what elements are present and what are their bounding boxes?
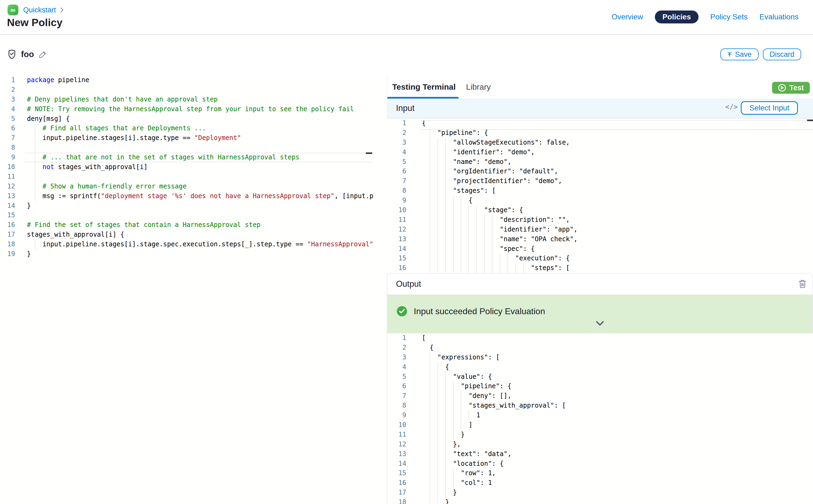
line-number: 13 [0, 191, 15, 201]
code-line[interactable]: 12 }, [387, 440, 813, 449]
indent-guide [430, 138, 430, 148]
rego-code-editor[interactable]: 1package pipeline23# Deny pipelines that… [0, 75, 387, 504]
code-line[interactable]: 15 "execution": { [387, 254, 813, 263]
code-line[interactable]: 1package pipeline [0, 75, 387, 85]
code-line[interactable]: 12 # Show a human-friendly error message [0, 182, 387, 191]
code-line[interactable]: 11 "description": "", [387, 215, 813, 225]
indent-guide [445, 235, 446, 244]
code-line[interactable]: 2 { [387, 343, 813, 353]
breadcrumb: ∞ Quickstart [8, 4, 64, 16]
code-line[interactable]: 16 "col": 1 [387, 478, 813, 488]
line-number: 9 [387, 196, 406, 205]
indent-guide [484, 215, 485, 225]
code-line[interactable]: 8 "stages_with_approval": [ [387, 401, 813, 411]
code-line[interactable]: 10 "stage": { [387, 205, 813, 215]
line-number: 4 [387, 148, 406, 157]
code-line[interactable]: 7 "projectIdentifier": "demo", [387, 176, 813, 186]
indent-guide [445, 488, 446, 498]
nav-policy-sets[interactable]: Policy Sets [710, 13, 748, 21]
indent-guide [461, 254, 461, 263]
code-line[interactable]: 9 # ... that are not in the set of stage… [0, 153, 387, 162]
test-button[interactable]: Test [772, 82, 810, 94]
code-line[interactable]: 10 ] [387, 420, 813, 430]
code-line[interactable]: 3 "allowStageExecutions": false, [387, 138, 813, 148]
policy-name: foo [21, 50, 34, 59]
code-line[interactable]: 13 msg := sprintf("deployment stage '%s'… [0, 191, 387, 201]
line-number: 10 [387, 205, 406, 215]
code-line[interactable]: 17 } [387, 488, 813, 498]
indent-guide [438, 225, 438, 235]
chevron-down-icon[interactable] [596, 321, 604, 326]
indent-guide [453, 430, 454, 440]
code-line[interactable]: 16# Find the set of stages that contain … [0, 220, 387, 230]
save-button[interactable]: Save [720, 48, 759, 60]
code-line[interactable]: 3# Deny pipelines that don't have an app… [0, 95, 387, 104]
code-line[interactable]: 4# NOTE: Try removing the HarnessApprova… [0, 104, 387, 114]
code-line[interactable]: 17stages_with_approval[i] { [0, 230, 387, 240]
edit-pencil-icon[interactable] [39, 50, 47, 58]
indent-guide [453, 263, 454, 273]
indent-guide [445, 138, 446, 148]
code-line[interactable]: 5 "name": "demo", [387, 157, 813, 167]
code-line[interactable]: 16 "steps": [ [387, 263, 813, 273]
breadcrumb-link-quickstart[interactable]: Quickstart [23, 6, 56, 14]
code-line[interactable]: 7 input.pipeline.stages[i].stage.type ==… [0, 133, 387, 143]
header-divider [0, 34, 813, 35]
code-line[interactable]: 7 "deny": [], [387, 391, 813, 401]
select-input-button[interactable]: Select Input [741, 101, 798, 115]
code-line[interactable]: 14} [0, 201, 387, 211]
code-line[interactable]: 8 "stages": [ [387, 186, 813, 196]
code-line[interactable]: 18 input.pipeline.stages[i].stage.spec.e… [0, 240, 387, 249]
indent-guide [453, 215, 454, 225]
nav-evaluations[interactable]: Evaluations [759, 13, 798, 21]
nav-overview[interactable]: Overview [612, 13, 643, 21]
code-line[interactable]: 11 } [387, 430, 813, 440]
indent-guide [430, 215, 430, 225]
check-circle-icon [396, 306, 407, 317]
code-line[interactable]: 9 { [387, 196, 813, 205]
code-line[interactable]: 4 { [387, 362, 813, 372]
line-number: 5 [0, 114, 15, 124]
indent-guide [430, 254, 430, 263]
code-line[interactable]: 14 "location": { [387, 459, 813, 469]
code-line[interactable]: 3 "expressions": [ [387, 353, 813, 362]
discard-button[interactable]: Discard [763, 48, 801, 60]
tab-testing-terminal[interactable]: Testing Terminal [387, 82, 459, 99]
tab-library[interactable]: Library [466, 82, 491, 99]
code-line[interactable]: 6 # Find all stages that are Deployments… [0, 124, 387, 133]
indent-guide [430, 225, 430, 235]
code-line[interactable]: 9 1 [387, 411, 813, 420]
indent-guide [438, 401, 438, 411]
indent-guide [430, 391, 430, 401]
nav-policies[interactable]: Policies [655, 11, 699, 23]
output-json-editor[interactable]: 1[2 {3 "expressions": [4 {5 "value": {6 … [387, 333, 813, 504]
code-line[interactable]: 15 "row": 1, [387, 468, 813, 478]
code-line[interactable]: 5 "value": { [387, 372, 813, 382]
code-line[interactable]: 13 "name": "OPA check", [387, 235, 813, 244]
input-json-editor[interactable]: 1{2 "pipeline": {3 "allowStageExecutions… [387, 118, 813, 273]
code-brackets-icon[interactable]: </> [725, 103, 738, 111]
code-line[interactable]: 2 "pipeline": { [387, 128, 813, 138]
indent-guide [500, 254, 500, 263]
indent-guide [430, 362, 430, 372]
code-line[interactable]: 2 [0, 85, 387, 95]
indent-guide [445, 468, 446, 478]
code-line[interactable]: 6 "orgIdentifier": "default", [387, 167, 813, 176]
code-line[interactable]: 5deny[msg] { [0, 114, 387, 124]
code-line[interactable]: 6 "pipeline": { [387, 381, 813, 391]
code-line[interactable]: 12 "identifier": "app", [387, 225, 813, 235]
code-line[interactable]: 15 [0, 211, 387, 220]
code-line[interactable]: 10 not stages_with_approval[i] [0, 162, 387, 172]
code-line[interactable]: 19} [0, 249, 387, 259]
code-line[interactable]: 1{ [387, 118, 813, 128]
trash-icon[interactable] [798, 279, 807, 289]
code-line[interactable]: 4 "identifier": "demo", [387, 148, 813, 157]
indent-guide [476, 263, 477, 273]
code-line[interactable]: 14 "spec": { [387, 244, 813, 254]
code-line[interactable]: 18 } [387, 498, 813, 504]
indent-guide [445, 157, 446, 167]
code-line[interactable]: 8 [0, 143, 387, 153]
code-line[interactable]: 13 "text": "data", [387, 449, 813, 459]
code-line[interactable]: 11 [0, 172, 387, 182]
code-line[interactable]: 1[ [387, 333, 813, 343]
